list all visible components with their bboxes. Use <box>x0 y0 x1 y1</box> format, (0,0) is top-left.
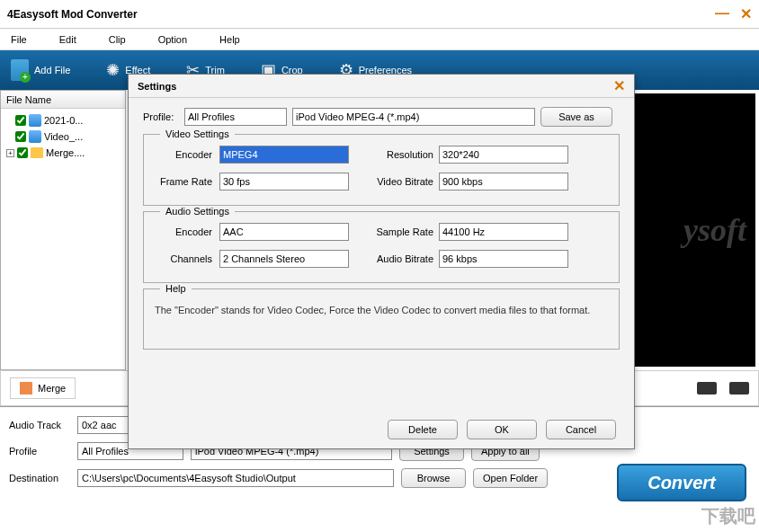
samplerate-select[interactable]: 44100 Hz <box>439 223 568 241</box>
settings-dialog: Settings ✕ Profile: All Profiles iPod Vi… <box>128 74 635 449</box>
menubar: File Edit Clip Option Help <box>0 29 759 50</box>
tree-checkbox[interactable] <box>15 131 26 142</box>
menu-edit[interactable]: Edit <box>59 34 76 45</box>
snapshot-icon[interactable] <box>729 382 749 395</box>
dlg-profile-group-select[interactable]: All Profiles <box>184 108 287 126</box>
profile-label: Profile <box>9 446 70 457</box>
file-tree: File Name 2021-0... Video_... + Merge...… <box>0 90 126 370</box>
channels-select[interactable]: 2 Channels Stereo <box>219 250 349 268</box>
tree-header[interactable]: File Name <box>1 91 125 109</box>
dlg-profile-select[interactable]: iPod Video MPEG-4 (*.mp4) <box>292 108 535 126</box>
help-legend: Help <box>160 283 192 294</box>
help-text: The "Encoder" stands for Video Codec, Fo… <box>155 300 608 321</box>
tree-item-label: Merge.... <box>46 147 85 158</box>
tree-items: 2021-0... Video_... + Merge.... <box>1 109 125 164</box>
open-folder-button[interactable]: Open Folder <box>473 468 548 488</box>
preview-controls <box>697 382 749 395</box>
dlg-profile-label: Profile: <box>143 111 179 122</box>
resolution-select[interactable]: 320*240 <box>439 146 568 164</box>
video-legend: Video Settings <box>160 129 235 139</box>
cancel-button[interactable]: Cancel <box>546 420 616 439</box>
window-controls: — ✕ <box>715 5 752 22</box>
aencoder-label: Encoder <box>155 226 219 237</box>
dialog-titlebar: Settings ✕ <box>129 75 634 98</box>
audio-track-label: Audio Track <box>9 420 70 430</box>
merge-label: Merge <box>38 383 66 394</box>
video-file-icon <box>29 114 41 127</box>
merge-button[interactable]: Merge <box>10 377 76 399</box>
menu-help[interactable]: Help <box>219 34 240 45</box>
vbitrate-label: Video Bitrate <box>369 176 439 187</box>
vencoder-select[interactable]: MPEG4 <box>219 146 349 164</box>
tree-item[interactable]: Video_... <box>4 129 121 145</box>
watermark: 下载吧 <box>701 504 755 528</box>
folder-icon <box>31 147 43 158</box>
dialog-close-icon[interactable]: ✕ <box>613 77 625 94</box>
abitrate-label: Audio Bitrate <box>369 253 439 264</box>
tree-item-label: Video_... <box>44 131 83 142</box>
tree-checkbox[interactable] <box>17 147 28 158</box>
menu-file[interactable]: File <box>11 34 27 45</box>
convert-button[interactable]: Convert <box>617 464 746 501</box>
merge-icon <box>20 382 32 395</box>
samplerate-label: Sample Rate <box>369 226 439 237</box>
vbitrate-select[interactable]: 900 kbps <box>439 173 568 191</box>
tree-checkbox[interactable] <box>15 115 26 126</box>
abitrate-select[interactable]: 96 kbps <box>439 250 568 268</box>
titlebar: 4Easysoft Mod Converter — ✕ <box>0 0 759 29</box>
channels-label: Channels <box>155 253 219 264</box>
save-as-button[interactable]: Save as <box>540 107 612 127</box>
add-file-button[interactable]: Add File <box>11 59 70 81</box>
ok-button[interactable]: OK <box>467 420 537 439</box>
expand-icon[interactable]: + <box>6 149 14 157</box>
vencoder-label: Encoder <box>155 149 219 160</box>
framerate-label: Frame Rate <box>155 176 219 187</box>
destination-input[interactable] <box>77 469 394 487</box>
help-group: Help The "Encoder" stands for Video Code… <box>143 288 620 350</box>
destination-label: Destination <box>9 473 70 483</box>
audio-legend: Audio Settings <box>160 206 235 217</box>
tree-item-label: 2021-0... <box>44 115 83 126</box>
aencoder-select[interactable]: AAC <box>219 223 349 241</box>
window-title: 4Easysoft Mod Converter <box>7 8 138 21</box>
resolution-label: Resolution <box>369 149 439 160</box>
audio-settings-group: Audio Settings Encoder AAC Sample Rate 4… <box>143 211 620 283</box>
menu-option[interactable]: Option <box>158 34 187 45</box>
add-file-icon <box>11 59 29 81</box>
dialog-buttons: Delete OK Cancel <box>388 420 616 439</box>
add-file-label: Add File <box>34 65 70 75</box>
close-icon[interactable]: ✕ <box>740 5 752 22</box>
preview-watermark: ysoft <box>683 211 746 249</box>
framerate-select[interactable]: 30 fps <box>219 173 349 191</box>
video-file-icon <box>29 130 41 143</box>
delete-button[interactable]: Delete <box>388 420 458 439</box>
minimize-icon[interactable]: — <box>715 5 729 22</box>
record-icon[interactable] <box>697 382 717 395</box>
browse-button[interactable]: Browse <box>401 468 466 488</box>
dialog-title: Settings <box>138 81 176 92</box>
effect-icon: ✺ <box>106 60 120 80</box>
tree-item[interactable]: 2021-0... <box>4 112 121 129</box>
menu-clip[interactable]: Clip <box>109 34 126 45</box>
tree-item[interactable]: + Merge.... <box>4 145 121 161</box>
video-settings-group: Video Settings Encoder MPEG4 Resolution … <box>143 134 620 206</box>
